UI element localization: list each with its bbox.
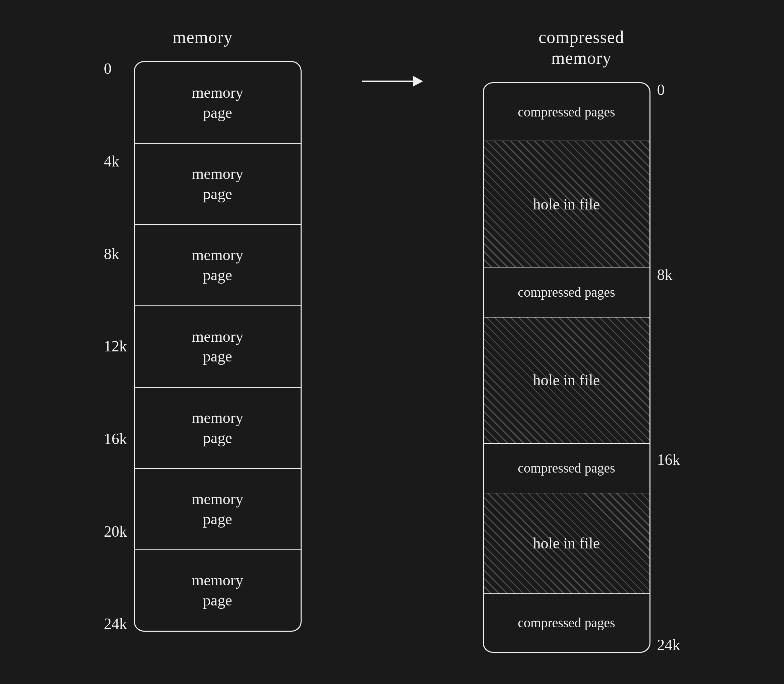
diagram-container: memory 0 4k 8k 12k 16k 20k 24k memorypag…: [0, 0, 784, 684]
left-tick-0: 0: [104, 61, 127, 76]
right-tick-labels: 0 8k 16k 24k: [657, 82, 680, 653]
compressed-pages-4: compressed pages: [484, 594, 649, 652]
memory-segment-4: memorypage: [135, 388, 301, 469]
arrow: [362, 81, 422, 82]
right-column-title: compressedmemory: [538, 27, 624, 69]
compressed-pages-1: compressed pages: [484, 83, 649, 142]
memory-segment-2: memorypage: [135, 225, 301, 306]
right-tick-8k: 8k: [657, 267, 680, 282]
memory-segment-6: memorypage: [135, 550, 301, 631]
right-column-wrapper: compressedmemory compressed pages hole i…: [483, 27, 680, 653]
hole-in-file-1: hole in file: [484, 141, 649, 268]
left-tick-12k: 12k: [104, 339, 127, 354]
memory-segment-0: memorypage: [135, 62, 301, 143]
left-tick-16k: 16k: [104, 431, 127, 447]
compressed-pages-3: compressed pages: [484, 444, 649, 494]
left-tick-4k: 4k: [104, 154, 127, 169]
left-tick-labels: 0 4k 8k 12k 16k 20k 24k: [104, 61, 127, 632]
memory-segment-3: memorypage: [135, 306, 301, 387]
left-tick-20k: 20k: [104, 524, 127, 539]
right-tick-24k: 24k: [657, 637, 680, 653]
memory-segment-5: memorypage: [135, 469, 301, 550]
left-tick-8k: 8k: [104, 246, 127, 262]
compressed-box: compressed pages hole in file compressed…: [483, 82, 650, 653]
left-column-wrapper: memory 0 4k 8k 12k 16k 20k 24k memorypag…: [104, 27, 302, 632]
right-tick-16k: 16k: [657, 452, 680, 468]
hole-in-file-3: hole in file: [484, 494, 649, 594]
left-column-title: memory: [172, 27, 232, 48]
left-tick-24k: 24k: [104, 616, 127, 632]
compressed-memory-column: compressed pages hole in file compressed…: [483, 82, 680, 653]
memory-column: 0 4k 8k 12k 16k 20k 24k memorypage memor…: [104, 61, 302, 632]
compressed-pages-2: compressed pages: [484, 268, 649, 317]
memory-segment-1: memorypage: [135, 144, 301, 225]
right-tick-0: 0: [657, 82, 680, 98]
hole-in-file-2: hole in file: [484, 318, 649, 444]
memory-box: memorypage memorypage memorypage memoryp…: [134, 61, 302, 632]
arrow-container: [355, 81, 429, 82]
